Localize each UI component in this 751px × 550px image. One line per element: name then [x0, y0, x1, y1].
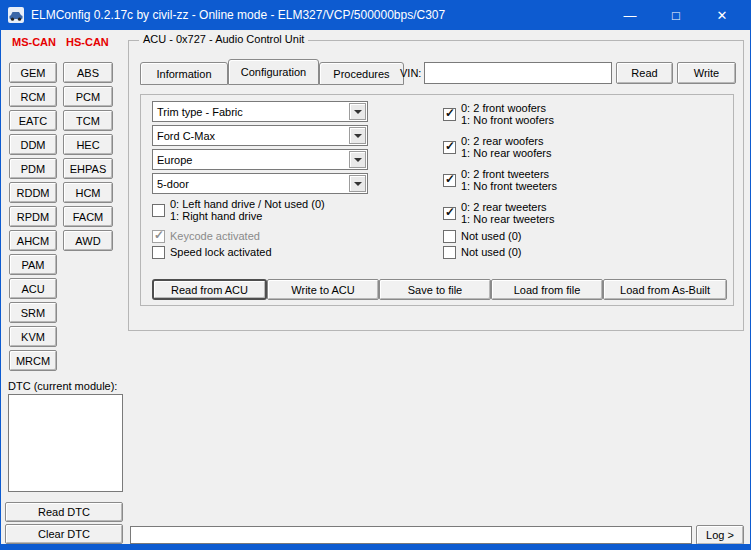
log-input[interactable] — [130, 526, 692, 544]
dropdown-value: Ford C-Max — [153, 130, 215, 142]
checkbox-box — [443, 230, 456, 243]
body-style-dropdown[interactable]: 5-door — [152, 173, 368, 194]
vin-write-button[interactable]: Write — [677, 62, 736, 84]
read-dtc-button[interactable]: Read DTC — [5, 502, 123, 522]
sidebar-item-rcm[interactable]: RCM — [9, 86, 57, 107]
checkbox-front-tweeters[interactable]: 0: 2 front tweeters 1: No front tweeters — [443, 167, 557, 193]
dropdown-value: 5-door — [153, 178, 189, 190]
sidebar-item-ahcm[interactable]: AHCM — [9, 230, 57, 251]
elmconfig-window: ELMConfig 0.2.17c by civil-zz - Online m… — [0, 0, 751, 550]
vin-label: VIN: — [400, 67, 421, 79]
sidebar-item-pdm[interactable]: PDM — [9, 158, 57, 179]
checkbox-keycode-activated: Keycode activated — [152, 229, 260, 243]
sidebar-item-hec[interactable]: HEC — [63, 134, 113, 155]
chevron-down-icon[interactable] — [349, 127, 366, 144]
minimize-button[interactable]: — — [607, 0, 653, 30]
vin-read-button[interactable]: Read — [616, 62, 673, 84]
ms-can-label: MS-CAN — [12, 36, 56, 48]
titlebar: ELMConfig 0.2.17c by civil-zz - Online m… — [0, 0, 751, 30]
sidebar-item-pcm[interactable]: PCM — [63, 86, 113, 107]
sidebar-item-abs[interactable]: ABS — [63, 62, 113, 83]
dtc-label: DTC (current module): — [8, 380, 117, 392]
checkbox-label: 0: Left hand drive / Not used (0) 1: Rig… — [170, 198, 325, 222]
dropdown-value: Trim type - Fabric — [153, 106, 243, 118]
sidebar-item-srm[interactable]: SRM — [9, 302, 57, 323]
checkbox-box — [443, 108, 456, 121]
sidebar-item-hcm[interactable]: HCM — [63, 182, 113, 203]
checkbox-box — [443, 207, 456, 220]
tab-configuration[interactable]: Configuration — [228, 59, 319, 85]
window-border-left — [0, 30, 1, 550]
dropdown-value: Europe — [153, 154, 192, 166]
checkbox-label: Keycode activated — [170, 230, 260, 242]
checkbox-speed-lock[interactable]: Speed lock activated — [152, 245, 272, 259]
close-button[interactable]: ✕ — [699, 0, 745, 30]
maximize-button[interactable]: □ — [653, 0, 699, 30]
tab-procedures[interactable]: Procedures — [319, 62, 404, 85]
write-to-acu-button[interactable]: Write to ACU — [267, 279, 379, 300]
checkbox-box — [152, 246, 165, 259]
vin-input[interactable] — [424, 62, 612, 84]
sidebar-item-acu[interactable]: ACU — [9, 278, 57, 299]
dtc-listbox[interactable] — [8, 394, 123, 492]
chevron-down-icon[interactable] — [349, 151, 366, 168]
checkbox-label: Not used (0) — [461, 246, 522, 258]
checkbox-front-woofers[interactable]: 0: 2 front woofers 1: No front woofers — [443, 101, 554, 127]
checkbox-rear-tweeters[interactable]: 0: 2 rear tweeters 1: No rear tweeters — [443, 200, 555, 226]
vehicle-model-dropdown[interactable]: Ford C-Max — [152, 125, 368, 146]
checkbox-label: 0: 2 rear tweeters 1: No rear tweeters — [461, 201, 555, 225]
region-dropdown[interactable]: Europe — [152, 149, 368, 170]
checkbox-label: 0: 2 front tweeters 1: No front tweeters — [461, 168, 557, 192]
chevron-down-icon[interactable] — [349, 175, 366, 192]
checkbox-not-used-1[interactable]: Not used (0) — [443, 229, 522, 243]
sidebar-item-ehpas[interactable]: EHPAS — [63, 158, 113, 179]
sidebar-item-tcm[interactable]: TCM — [63, 110, 113, 131]
load-from-file-button[interactable]: Load from file — [491, 279, 603, 300]
checkbox-box — [443, 246, 456, 259]
sidebar-item-rpdm[interactable]: RPDM — [9, 206, 57, 227]
checkbox-label: 0: 2 front woofers 1: No front woofers — [461, 102, 554, 126]
checkbox-not-used-2[interactable]: Not used (0) — [443, 245, 522, 259]
trim-type-dropdown[interactable]: Trim type - Fabric — [152, 101, 368, 122]
checkbox-label: Not used (0) — [461, 230, 522, 242]
checkbox-label: 0: 2 rear woofers 1: No rear woofers — [461, 135, 551, 159]
sidebar-item-kvm[interactable]: KVM — [9, 326, 57, 347]
sidebar-item-facm[interactable]: FACM — [63, 206, 113, 227]
checkbox-box — [152, 204, 165, 217]
sidebar-item-eatc[interactable]: EATC — [9, 110, 57, 131]
window-title: ELMConfig 0.2.17c by civil-zz - Online m… — [31, 8, 445, 22]
read-from-acu-button[interactable]: Read from ACU — [152, 279, 267, 300]
save-to-file-button[interactable]: Save to file — [379, 279, 491, 300]
sidebar-item-mrcm[interactable]: MRCM — [9, 350, 57, 371]
hs-can-label: HS-CAN — [66, 36, 109, 48]
app-icon — [8, 7, 24, 23]
window-controls: — □ ✕ — [607, 0, 745, 30]
checkbox-box — [443, 141, 456, 154]
sidebar-item-gem[interactable]: GEM — [9, 62, 57, 83]
load-from-asbuilt-button[interactable]: Load from As-Built — [603, 279, 727, 300]
sidebar-item-pam[interactable]: PAM — [9, 254, 57, 275]
checkbox-box — [443, 174, 456, 187]
window-border-bottom — [0, 544, 751, 550]
chevron-down-icon[interactable] — [349, 103, 366, 120]
sidebar-item-ddm[interactable]: DDM — [9, 134, 57, 155]
log-button[interactable]: Log > — [696, 525, 744, 545]
checkbox-label: Speed lock activated — [170, 246, 272, 258]
sidebar-item-rddm[interactable]: RDDM — [9, 182, 57, 203]
acu-group-title: ACU - 0x727 - Audio Control Unit — [139, 33, 308, 45]
sidebar-item-awd[interactable]: AWD — [63, 230, 113, 251]
checkbox-box — [152, 230, 165, 243]
tab-information[interactable]: Information — [140, 62, 228, 85]
checkbox-drive-side[interactable]: 0: Left hand drive / Not used (0) 1: Rig… — [152, 197, 325, 223]
clear-dtc-button[interactable]: Clear DTC — [5, 524, 123, 544]
checkbox-rear-woofers[interactable]: 0: 2 rear woofers 1: No rear woofers — [443, 134, 551, 160]
